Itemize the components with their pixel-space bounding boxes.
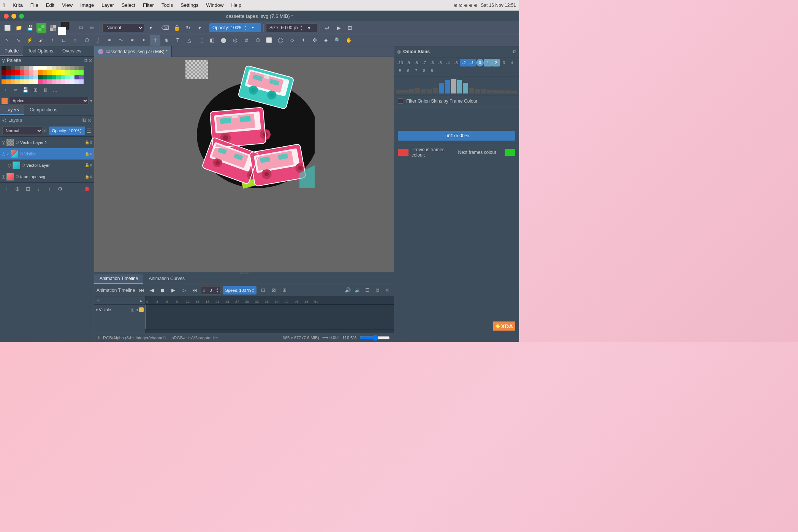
anim-last-btn[interactable]: ⏭ <box>190 286 199 294</box>
next-frame-color[interactable] <box>505 149 515 156</box>
refresh-btn[interactable]: ↻ <box>183 23 193 33</box>
prev-frame-color[interactable] <box>398 149 408 156</box>
swatch[interactable] <box>74 66 79 70</box>
menu-filter[interactable]: Filter <box>140 2 157 9</box>
palette-grid-btn[interactable]: ⊞ <box>31 86 40 94</box>
text-tool[interactable]: T <box>173 35 183 46</box>
swatch[interactable] <box>38 79 43 84</box>
anim-close-btn[interactable]: ✕ <box>383 286 391 294</box>
menu-krita[interactable]: Krita <box>10 2 26 9</box>
menu-view[interactable]: View <box>59 2 76 9</box>
onion-num--8[interactable]: -8 <box>412 59 420 66</box>
swatch[interactable] <box>15 75 20 79</box>
ruler-tick-area[interactable] <box>146 305 394 329</box>
swatch[interactable] <box>74 79 79 84</box>
swatch[interactable] <box>61 70 65 75</box>
palette-expand-btn[interactable]: ▾ <box>90 98 92 103</box>
palette-save-btn[interactable]: 💾 <box>21 86 30 94</box>
onion-num--9[interactable]: -9 <box>404 59 412 66</box>
multibrush-tool[interactable]: ✦ <box>138 35 149 46</box>
swatch[interactable] <box>20 75 24 79</box>
swatch[interactable] <box>56 70 61 75</box>
bar-14[interactable] <box>475 89 480 93</box>
minimize-button[interactable] <box>11 14 16 19</box>
pattern-button[interactable] <box>36 23 46 33</box>
size-arrows[interactable]: ▲ ▼ <box>300 24 302 31</box>
swatch[interactable] <box>2 75 6 79</box>
swatch[interactable] <box>15 70 20 75</box>
bar-18[interactable] <box>499 90 505 93</box>
anim-first-btn[interactable]: ⏮ <box>137 286 146 294</box>
anim-export-btn[interactable]: ⊞ <box>280 286 288 294</box>
timeline-add-btn[interactable]: + <box>97 298 100 304</box>
layer-item-svg[interactable]: ◎ ⬡ tape tape.svg 🔒 α <box>0 171 94 182</box>
swatch[interactable] <box>2 79 6 84</box>
blend-mode-select[interactable]: Normal Multiply Screen Overlay <box>102 23 144 32</box>
bar-3[interactable] <box>408 89 414 93</box>
swatch[interactable] <box>29 79 33 84</box>
swatch[interactable] <box>47 66 52 70</box>
swatch[interactable] <box>70 79 74 84</box>
swatch[interactable] <box>6 79 11 84</box>
swatch[interactable] <box>6 70 11 75</box>
clone-tool[interactable]: ⊚ <box>241 35 252 46</box>
palette-close-btn[interactable]: ✕ <box>88 57 92 63</box>
polygon-tool[interactable]: ⬠ <box>81 35 92 46</box>
anim-float-btn[interactable]: ⧉ <box>373 286 382 294</box>
anim-vol2-btn[interactable]: 🔉 <box>353 286 362 294</box>
status-info-btn[interactable]: ℹ <box>98 335 100 340</box>
swatch[interactable] <box>79 70 84 75</box>
swatch[interactable] <box>61 79 65 84</box>
frame-spinners[interactable]: ▲ ▼ <box>216 287 219 293</box>
animation-curves-tab[interactable]: Animation Curves <box>143 274 190 284</box>
play-btn[interactable]: ▶ <box>334 23 344 33</box>
ellipse-select[interactable]: ◯ <box>275 35 286 46</box>
bar-4[interactable] <box>415 88 420 93</box>
copy-layer-btn[interactable]: ⊟ <box>24 184 33 193</box>
menu-layer[interactable]: Layer <box>98 2 117 9</box>
swatch[interactable] <box>2 70 6 75</box>
select-tool[interactable]: ↖ <box>2 35 12 46</box>
contig-select[interactable]: ✤ <box>309 35 320 46</box>
swatch[interactable] <box>43 75 47 79</box>
animation-timeline-tab[interactable]: Animation Timeline <box>94 274 143 284</box>
bar-1[interactable] <box>396 90 402 93</box>
same-color-select[interactable]: ◈ <box>321 35 331 46</box>
anim-vol-btn[interactable]: 🔊 <box>344 286 352 294</box>
swatch[interactable] <box>74 75 79 79</box>
onion-num--5[interactable]: -5 <box>436 59 444 66</box>
onion-num-2[interactable]: 2 <box>492 59 500 66</box>
crop-tool[interactable]: ⬚ <box>195 35 206 46</box>
background-color[interactable] <box>58 27 66 35</box>
gradient-tool[interactable]: ◧ <box>207 35 217 46</box>
bar-8[interactable] <box>439 83 444 93</box>
swatch[interactable] <box>47 75 52 79</box>
bar-current[interactable] <box>451 79 456 93</box>
bar-6[interactable] <box>427 89 432 93</box>
group-shape-tool[interactable]: ⊕ <box>161 35 172 46</box>
onion-num-7[interactable]: 7 <box>412 67 420 74</box>
swatch[interactable] <box>38 66 43 70</box>
palette-edit-btn[interactable]: ✏ <box>11 86 20 94</box>
onion-num--1[interactable]: -1 <box>468 59 476 66</box>
line-tool[interactable]: / <box>47 35 58 46</box>
swatch[interactable] <box>38 75 43 79</box>
anim-loop2-btn[interactable]: ⊠ <box>269 286 278 294</box>
swatch[interactable] <box>29 75 33 79</box>
opacity-arrows[interactable]: ▲ ▼ <box>244 24 247 31</box>
maximize-button[interactable] <box>19 14 24 19</box>
swatch[interactable] <box>24 66 29 70</box>
transform-btn[interactable]: ⊞ <box>345 23 355 33</box>
swatch[interactable] <box>79 79 84 84</box>
palette-float-btn[interactable]: ⧉ <box>84 57 87 63</box>
menu-file[interactable]: File <box>27 2 41 9</box>
swatch[interactable] <box>61 75 65 79</box>
canvas-tab[interactable]: cassette tapes .svg (7.6 MiB) * <box>94 46 172 57</box>
layers-float-btn[interactable]: ⧉ <box>82 117 86 123</box>
swatch[interactable] <box>29 66 33 70</box>
onion-num--3[interactable]: -3 <box>452 59 460 66</box>
swatch[interactable] <box>52 66 56 70</box>
swatch[interactable] <box>43 66 47 70</box>
layer-eye-vector[interactable]: ◎ <box>8 163 11 168</box>
swatch[interactable] <box>65 70 70 75</box>
